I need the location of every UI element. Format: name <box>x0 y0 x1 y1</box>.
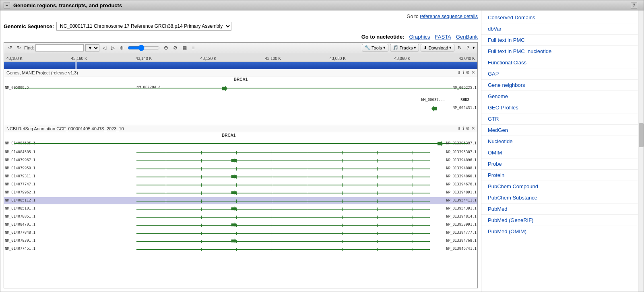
fasta-link[interactable]: FASTA <box>435 34 451 40</box>
sidebar-item-4[interactable]: Functional Class <box>481 57 638 68</box>
minimize-button[interactable]: − <box>4 2 10 8</box>
download-icon: ⬇ <box>423 45 427 50</box>
mane-settings-icon[interactable]: ⚙ <box>466 70 470 75</box>
sidebar-item-9[interactable]: GTR <box>481 113 638 125</box>
refseq-track-title: NCBI RefSeq Annotation GCF_000001405.40-… <box>6 126 124 131</box>
sidebar-item-0[interactable]: Conserved Domains <box>481 12 638 23</box>
nm-007294-label: NM_007294.4 <box>136 85 161 89</box>
scrollbar-thumb[interactable] <box>639 123 644 147</box>
pan-right-button[interactable]: ▷ <box>109 44 116 51</box>
refseq-gene-row-10: NM_014084701.1NP_013953991.1 <box>4 221 477 228</box>
gene-right-label-1: NP_013394896.1 <box>446 158 477 162</box>
gene-line-6 <box>136 201 430 202</box>
tools-dropdown[interactable]: 🔧 Tools ▾ <box>362 44 388 51</box>
mane-info-icon[interactable]: ℹ <box>462 70 464 75</box>
configure-button[interactable]: ⚙ <box>171 44 179 51</box>
sidebar-item-18[interactable]: PubMed (GeneRIF) <box>481 215 638 226</box>
refresh-button[interactable]: ↻ <box>456 44 463 51</box>
ruler-pos-1: 43,180 K <box>6 56 23 61</box>
sidebar-item-1[interactable]: dbVar <box>481 23 638 35</box>
mane-close-icon[interactable]: ✕ <box>471 70 475 75</box>
title-bar-buttons: − <box>4 2 10 8</box>
go-to-nucleotide-row: Go to nucleotide: Graphics FASTA GenBank <box>4 34 478 40</box>
sidebar-item-6[interactable]: Gene neighbors <box>481 80 638 91</box>
gene-left-label-2: NM_014079959.1 <box>5 166 35 170</box>
sidebar-item-14[interactable]: Protein <box>481 170 638 181</box>
sidebar-item-13[interactable]: Probe <box>481 158 638 170</box>
mane-download-icon[interactable]: ⬇ <box>457 70 461 75</box>
sidebar-item-19[interactable]: PubMed (OMIM) <box>481 226 638 237</box>
mane-track-controls: ⬇ ℹ ⚙ ✕ <box>457 70 475 75</box>
sidebar-item-5[interactable]: GAP <box>481 68 638 80</box>
refseq-settings-icon[interactable]: ⚙ <box>466 126 470 131</box>
refseq-gene-row-5: NM_014077747.1NP_013394676.1 <box>4 181 477 188</box>
window-title: Genomic regions, transcripts, and produc… <box>13 2 631 8</box>
question-button[interactable]: ? <box>465 44 471 51</box>
refseq-gene-row-8: NM_014085101.1NP_013954391.1 <box>4 205 477 212</box>
gene-right-label-10: NP_013394777.1 <box>446 230 477 234</box>
refseq-genes-container: NM_014084585.1NP_013395387.1NM_014079967… <box>4 133 477 261</box>
genomic-sequence-label: Genomic Sequence: <box>4 23 54 29</box>
download-dropdown[interactable]: ⬇ Download ▾ <box>421 44 454 51</box>
ruler-pos-8: 43,040 K <box>459 56 475 61</box>
viewer-toolbar: ↺ ↻ Find: ▼ ◁ ▷ ⊕ ⊕ ⚙ ▦ ≡ <box>4 43 477 53</box>
pan-left-button[interactable]: ◁ <box>101 44 108 51</box>
gene-line-5 <box>136 193 430 193</box>
tracks-label: Tracks <box>400 45 413 50</box>
tracks-area: Genes, MANE Project (release v1.3) ⬇ ℹ ⚙… <box>4 69 477 288</box>
gene-line-2 <box>136 169 430 169</box>
tracks-dropdown[interactable]: 🎵 Tracks ▾ <box>390 44 419 51</box>
sidebar-item-17[interactable]: PubMed <box>481 204 638 215</box>
back-button[interactable]: ↺ <box>6 44 14 51</box>
gene-right-label-5: NP_013394891.1 <box>446 190 477 194</box>
sidebar-item-8[interactable]: GEO Profiles <box>481 102 638 113</box>
sidebar-items-container: Conserved DomainsdbVarFull text in PMCFu… <box>481 12 638 237</box>
find-input[interactable] <box>35 44 84 51</box>
mane-gene-row-2: NM_00637... RHD2 <box>4 97 477 103</box>
graphics-link[interactable]: Graphics <box>409 34 430 40</box>
sidebar-item-15[interactable]: PubChem Compound <box>481 181 638 192</box>
sidebar-item-12[interactable]: OMIM <box>481 147 638 158</box>
help-button[interactable]: ? <box>631 2 637 8</box>
find-select[interactable]: ▼ <box>85 44 99 51</box>
gene-line-0 <box>136 152 430 153</box>
gene-right-label-9: NP_013953991.1 <box>446 222 477 226</box>
refseq-gene-row-4: NM_014079311.1NP_013394860.1 <box>4 173 477 180</box>
grid-button[interactable]: ▦ <box>181 44 188 51</box>
refseq-track-controls: ⬇ ℹ ⚙ ✕ <box>457 126 475 131</box>
gene-right-label-4: NP_013394676.1 <box>446 182 477 186</box>
navigation-bar[interactable] <box>4 62 477 69</box>
refseq-download-icon[interactable]: ⬇ <box>457 126 461 131</box>
zoom-in-button[interactable]: ⊕ <box>118 44 125 51</box>
ruler-pos-5: 43,100 K <box>265 56 281 61</box>
genbank-link[interactable]: GenBank <box>456 34 478 40</box>
sidebar-item-10[interactable]: MedGen <box>481 125 638 136</box>
sidebar-item-2[interactable]: Full text in PMC <box>481 35 638 46</box>
sidebar-item-16[interactable]: PubChem Substance <box>481 192 638 204</box>
ruler-labels: 43,180 K 43,160 K 43,140 K 43,120 K 43,1… <box>4 56 477 61</box>
ruler-pos-7: 43,060 K <box>394 56 410 61</box>
zoom-slider[interactable] <box>128 45 160 51</box>
reference-sequence-details-link[interactable]: reference sequence details <box>420 14 478 19</box>
ruler-bar: 43,180 K 43,160 K 43,140 K 43,120 K 43,1… <box>4 53 477 62</box>
ruler-pos-2: 43,160 K <box>71 56 87 61</box>
refseq-close-icon[interactable]: ✕ <box>471 126 475 131</box>
mane-track: Genes, MANE Project (release v1.3) ⬇ ℹ ⚙… <box>4 69 477 125</box>
layout-button[interactable]: ≡ <box>190 44 196 51</box>
mane-gene-row-1: NM_005899.5 NM_007294.4 NP_009225.1 <box>4 84 477 91</box>
genomic-sequence-select[interactable]: NC_000017.11 Chromosome 17 Reference GRC… <box>56 22 231 31</box>
gene-right-label-2: NP_013394888.1 <box>446 166 477 170</box>
tracks-icon: 🎵 <box>393 45 398 50</box>
sidebar-item-3[interactable]: Full text in PMC_nucleotide <box>481 46 638 57</box>
refseq-info-icon[interactable]: ℹ <box>462 126 464 131</box>
zoom-out-button[interactable]: ⊕ <box>162 44 170 51</box>
sidebar-item-11[interactable]: Nucleotide <box>481 136 638 147</box>
refseq-gene-row-13: NM_014077451.1NP_013946741.1 <box>4 245 477 253</box>
sidebar-item-7[interactable]: Genome <box>481 91 638 102</box>
gene-line-4 <box>136 185 430 185</box>
scrollbar[interactable] <box>638 10 644 292</box>
nav-marker <box>75 62 77 69</box>
gene-left-label-7: NM_014085101.1 <box>5 206 35 210</box>
reset-button[interactable]: ↻ <box>15 44 23 51</box>
gene-line-1 <box>136 160 430 161</box>
